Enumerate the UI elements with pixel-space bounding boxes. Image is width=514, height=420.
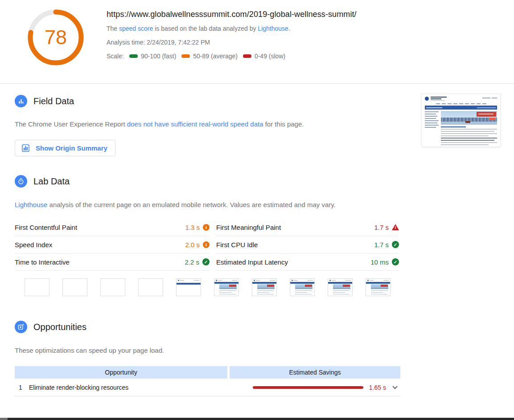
filmstrip-frame-blank	[138, 278, 163, 296]
chevron-down-icon[interactable]	[392, 384, 397, 389]
filmstrip-frame-blank	[25, 278, 49, 296]
opportunities-section: Opportunities These optimizations can sp…	[0, 321, 514, 396]
header-divider	[0, 83, 514, 84]
filmstrip-frame-full	[252, 278, 277, 296]
metric-value: 2.0 s	[185, 241, 200, 249]
field-data-bar-chart-icon	[15, 95, 27, 107]
opportunities-sparkle-icon	[15, 321, 27, 333]
score-description: The speed score is based on the lab data…	[107, 25, 357, 32]
metric-row: Time to Interactive 2.2 s✓	[15, 253, 210, 271]
check-icon[interactable]: ✓	[392, 241, 399, 248]
estimated-savings-column-header: Estimated Savings	[230, 366, 400, 379]
fast-scale-dot-icon	[129, 54, 138, 58]
metric-value: 2.2 s	[185, 258, 199, 266]
filmstrip	[15, 278, 514, 296]
opportunity-index: 1	[15, 384, 29, 391]
metric-row: Speed Index 2.0 si	[15, 236, 210, 253]
analysis-time: Analysis time: 2/24/2019, 7:42:22 PM	[107, 39, 357, 46]
metric-row: First CPU Idle 1.7 s✓	[216, 236, 399, 253]
lighthouse-link-2[interactable]: Lighthouse	[15, 201, 47, 208]
score-header: 78 https://www.globalwellnesssummit.com/…	[0, 0, 514, 83]
metric-value: 10 ms	[370, 258, 389, 266]
site-logo-icon	[425, 97, 429, 101]
metric-label: Speed Index	[15, 241, 52, 249]
info-icon[interactable]: i	[203, 241, 210, 248]
opportunities-table: Opportunity Estimated Savings 1 Eliminat…	[15, 366, 400, 396]
lab-data-section: Lab Data Lighthouse analysis of the curr…	[0, 175, 514, 296]
score-gauge: 78	[25, 6, 87, 69]
metric-value: 1.3 s	[185, 224, 200, 231]
field-data-title: Field Data	[33, 96, 74, 106]
filmstrip-frame-header	[176, 278, 201, 296]
metric-row: First Contentful Paint 1.3 si	[15, 219, 210, 236]
opportunity-label: Eliminate render-blocking resources	[29, 384, 128, 391]
metric-label: Time to Interactive	[15, 258, 70, 266]
savings-bar	[253, 386, 363, 389]
opportunity-column-header: Opportunity	[15, 366, 227, 379]
metric-row: First Meaningful Paint 1.7 s!	[216, 219, 399, 236]
score-value: 78	[25, 6, 87, 69]
filmstrip-frame-full	[290, 278, 315, 296]
filmstrip-frame-full	[214, 278, 239, 296]
metric-label: First Contentful Paint	[15, 224, 77, 231]
check-icon[interactable]: ✓	[392, 258, 399, 265]
opportunities-description: These optimizations can speed up your pa…	[15, 347, 514, 354]
lab-data-title: Lab Data	[33, 176, 70, 187]
metric-label: Estimated Input Latency	[216, 258, 288, 266]
scale-label: Scale:	[107, 53, 124, 60]
opportunity-row[interactable]: 1 Eliminate render-blocking resources 1.…	[15, 379, 400, 396]
filmstrip-frame-blank	[62, 278, 87, 296]
bottom-edge-bar	[0, 418, 514, 420]
page-screenshot-thumbnail	[421, 94, 501, 147]
warning-icon[interactable]: !	[392, 224, 399, 230]
metric-label: First CPU Idle	[216, 241, 258, 249]
filmstrip-frame-full	[328, 278, 353, 296]
filmstrip-frame-full	[366, 278, 391, 296]
slow-scale-dot-icon	[243, 54, 251, 58]
lab-data-stopwatch-icon	[15, 175, 27, 188]
metric-row: Estimated Input Latency 10 ms✓	[216, 253, 399, 271]
hero-image	[441, 111, 497, 125]
metric-label: First Meaningful Paint	[216, 224, 281, 231]
metrics-table: First Contentful Paint 1.3 si Speed Inde…	[15, 219, 514, 271]
speed-score-link[interactable]: speed score	[119, 25, 153, 32]
average-scale-dot-icon	[181, 54, 190, 58]
scale-legend: Scale: 90-100 (fast) 50-89 (average) 0-4…	[107, 53, 357, 60]
savings-value: 1.65 s	[369, 384, 386, 391]
lab-data-description: Lighthouse analysis of the current page …	[15, 201, 514, 208]
origin-summary-chart-icon	[21, 144, 30, 152]
show-origin-summary-button[interactable]: Show Origin Summary	[15, 140, 115, 156]
info-icon[interactable]: i	[203, 224, 210, 231]
metric-value: 1.7 s	[374, 241, 389, 249]
filmstrip-frame-blank	[100, 278, 125, 296]
opportunities-title: Opportunities	[33, 322, 86, 332]
insufficient-data-link[interactable]: does not have sufficient real-world spee…	[127, 120, 263, 128]
metric-value: 1.7 s	[374, 224, 389, 231]
analyzed-url: https://www.globalwellnesssummit.com/201…	[107, 10, 357, 19]
check-icon[interactable]: ✓	[202, 258, 210, 265]
lighthouse-link[interactable]: Lighthouse	[258, 25, 288, 32]
field-data-section: Field Data The Chrome User Experience Re…	[0, 95, 514, 156]
